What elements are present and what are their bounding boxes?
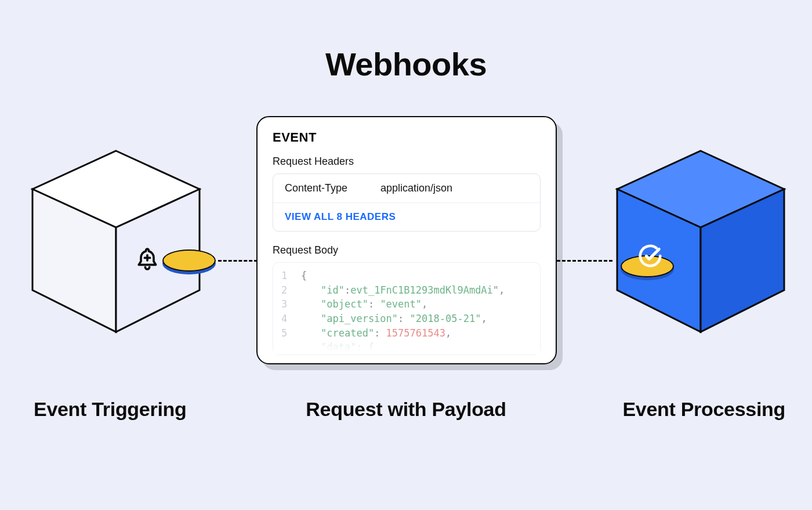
code-token: "object"	[321, 298, 368, 310]
header-row: Content-Type application/json	[273, 174, 540, 203]
code-token: evt_1FnC1B1293mdKl9AmdAi	[350, 284, 493, 296]
coin-icon	[162, 249, 216, 272]
connector-line	[218, 260, 258, 262]
code-token: "created"	[321, 327, 374, 339]
card-heading: EVENT	[273, 130, 541, 145]
view-all-headers-link[interactable]: VIEW ALL 8 HEADERS	[273, 203, 540, 231]
bell-plus-icon	[135, 246, 160, 277]
headers-box: Content-Type application/json VIEW ALL 8…	[273, 173, 541, 232]
event-payload-card: EVENT Request Headers Content-Type appli…	[256, 116, 557, 364]
request-body-code: 1 { 2 "id":evt_1FnC1B1293mdKl9AmdAi", 3 …	[273, 262, 541, 355]
request-body-label: Request Body	[273, 244, 541, 256]
request-headers-label: Request Headers	[273, 155, 541, 168]
event-triggering-cube	[23, 146, 209, 338]
diagram-title: Webhooks	[0, 45, 812, 83]
header-value: application/json	[380, 182, 452, 194]
line-number: 2	[281, 283, 301, 298]
connector-line	[557, 260, 612, 262]
event-processing-cube	[608, 146, 793, 338]
code-token: "event"	[380, 298, 422, 310]
caption-event-processing: Event Processing	[622, 398, 785, 421]
check-circle-icon	[637, 243, 664, 272]
code-token: 1575761543	[386, 327, 445, 339]
line-number: 3	[281, 297, 301, 312]
code-token: "api_version"	[321, 313, 398, 324]
code-token: "2018-05-21"	[410, 313, 481, 324]
code-token: "id"	[321, 284, 345, 296]
code-token: {	[301, 269, 307, 283]
line-number: 1	[281, 269, 301, 283]
header-key: Content-Type	[285, 182, 380, 194]
line-number: 4	[281, 312, 301, 326]
